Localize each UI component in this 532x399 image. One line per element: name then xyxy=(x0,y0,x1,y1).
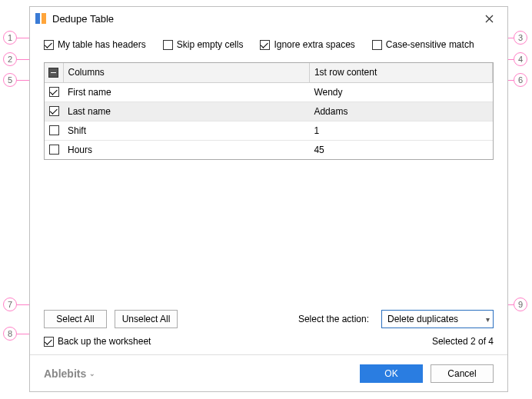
row-check-icon[interactable] xyxy=(49,145,59,155)
callout-8: 8 xyxy=(3,327,17,341)
check-icon xyxy=(372,40,382,50)
columns-table: Columns 1st row content First name Wendy… xyxy=(44,62,494,160)
svg-rect-0 xyxy=(35,13,40,24)
close-button[interactable] xyxy=(475,9,503,28)
window-title: Dedupe Table xyxy=(52,13,475,25)
column-name: Last name xyxy=(63,101,309,121)
unselect-all-button[interactable]: Unselect All xyxy=(115,310,178,328)
column-sample: Addams xyxy=(309,101,492,121)
columns-header[interactable]: Columns xyxy=(63,63,309,82)
sample-header[interactable]: 1st row content xyxy=(309,63,492,82)
footer: Ablebits ⌄ OK Cancel xyxy=(30,354,507,391)
column-name: Shift xyxy=(63,121,309,140)
action-label: Select the action: xyxy=(298,314,369,324)
brand-menu[interactable]: Ablebits ⌄ xyxy=(44,367,95,380)
table-row[interactable]: Shift 1 xyxy=(45,121,493,140)
action-select-value: Delete duplicates xyxy=(387,314,458,324)
callout-6: 6 xyxy=(514,73,527,87)
backup-checkbox[interactable]: Back up the worksheet xyxy=(44,336,151,347)
check-icon xyxy=(44,337,54,347)
table-row[interactable]: First name Wendy xyxy=(45,82,493,101)
chevron-down-icon: ⌄ xyxy=(89,370,95,377)
app-icon xyxy=(35,12,47,25)
case-sensitive-checkbox[interactable]: Case-sensitive match xyxy=(372,39,474,50)
ignore-spaces-checkbox[interactable]: Ignore extra spaces xyxy=(260,39,354,50)
column-sample: 1 xyxy=(309,121,492,140)
check-icon xyxy=(163,40,173,50)
headers-label: My table has headers xyxy=(58,39,146,50)
ignore-spaces-label: Ignore extra spaces xyxy=(274,39,354,50)
backup-row: Back up the worksheet Selected 2 of 4 xyxy=(44,336,494,347)
column-name: First name xyxy=(63,82,309,101)
select-all-button[interactable]: Select All xyxy=(44,310,107,328)
skip-empty-checkbox[interactable]: Skip empty cells xyxy=(163,39,244,50)
titlebar: Dedupe Table xyxy=(30,7,507,30)
case-sensitive-label: Case-sensitive match xyxy=(386,39,474,50)
row-check-icon[interactable] xyxy=(49,87,59,97)
select-all-header-checkbox[interactable] xyxy=(45,63,63,82)
column-sample: Wendy xyxy=(309,82,492,101)
dialog-window: Dedupe Table My table has headers Skip e… xyxy=(29,6,508,392)
callout-7: 7 xyxy=(3,298,17,311)
check-icon xyxy=(260,40,270,50)
action-select[interactable]: Delete duplicates ▾ xyxy=(381,310,494,328)
callout-2: 2 xyxy=(3,52,17,66)
row-check-icon[interactable] xyxy=(49,125,59,135)
ok-button[interactable]: OK xyxy=(360,364,423,383)
table-header-row: Columns 1st row content xyxy=(45,63,493,82)
backup-label: Back up the worksheet xyxy=(58,336,151,347)
callout-5: 5 xyxy=(3,73,17,87)
check-icon xyxy=(44,40,54,50)
callout-3: 3 xyxy=(514,31,527,45)
content-area: My table has headers Skip empty cells Ig… xyxy=(30,30,507,354)
selection-status: Selected 2 of 4 xyxy=(432,336,494,347)
callout-4: 4 xyxy=(514,52,527,66)
column-sample: 45 xyxy=(309,140,492,159)
brand-label: Ablebits xyxy=(44,367,86,380)
column-name: Hours xyxy=(63,140,309,159)
headers-checkbox[interactable]: My table has headers xyxy=(44,39,146,50)
row-check-icon[interactable] xyxy=(49,106,59,116)
svg-rect-1 xyxy=(42,13,46,24)
options-row: My table has headers Skip empty cells Ig… xyxy=(44,39,494,50)
table-row[interactable]: Last name Addams xyxy=(45,101,493,121)
callout-9: 9 xyxy=(514,298,527,311)
skip-empty-label: Skip empty cells xyxy=(177,39,244,50)
chevron-down-icon: ▾ xyxy=(486,315,490,324)
table-row[interactable]: Hours 45 xyxy=(45,140,493,159)
indeterminate-check-icon xyxy=(48,68,58,78)
callout-1: 1 xyxy=(3,31,17,45)
cancel-button[interactable]: Cancel xyxy=(431,364,494,383)
button-row: Select All Unselect All Select the actio… xyxy=(44,310,494,328)
